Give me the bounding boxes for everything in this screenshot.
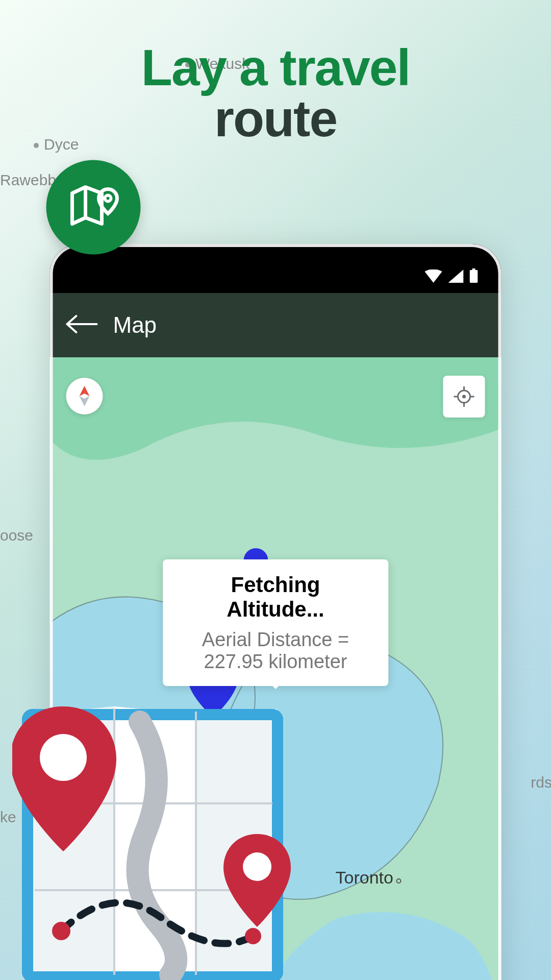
svg-point-28: [40, 734, 87, 781]
hero-line1: Lay a travel: [0, 38, 551, 97]
status-bar: [50, 244, 502, 293]
locate-button[interactable]: [443, 376, 485, 418]
bg-label: rds: [531, 774, 551, 791]
back-arrow-icon[interactable]: [65, 314, 99, 336]
svg-marker-8: [80, 396, 90, 406]
svg-point-26: [52, 922, 70, 940]
hero-title: Lay a travel route: [0, 38, 551, 148]
city-dot-icon: [396, 878, 402, 884]
fold-map-illustration: [12, 681, 293, 980]
bg-label: Rawebb: [0, 172, 56, 189]
hero-line2: route: [0, 89, 551, 148]
info-window-distance: Aerial Distance = 227.95 kilometer: [185, 629, 366, 673]
map-badge-icon: [46, 160, 141, 255]
info-window-title: Fetching Altitude...: [185, 573, 366, 622]
svg-rect-3: [472, 268, 475, 270]
svg-point-1: [105, 195, 111, 201]
app-bar-title: Map: [113, 312, 157, 338]
svg-marker-7: [80, 386, 90, 396]
svg-point-29: [243, 852, 271, 881]
app-bar: Map: [50, 293, 502, 357]
compass-button[interactable]: [66, 378, 103, 414]
cell-signal-icon: [448, 270, 464, 283]
map-info-window: Fetching Altitude... Aerial Distance = 2…: [163, 559, 389, 686]
battery-icon: [470, 268, 478, 283]
wifi-icon: [425, 270, 442, 283]
svg-rect-2: [470, 270, 478, 283]
bg-label: oose: [0, 527, 33, 544]
svg-point-27: [245, 928, 261, 944]
map-city-label: Toronto: [336, 868, 402, 888]
svg-point-10: [462, 395, 466, 399]
